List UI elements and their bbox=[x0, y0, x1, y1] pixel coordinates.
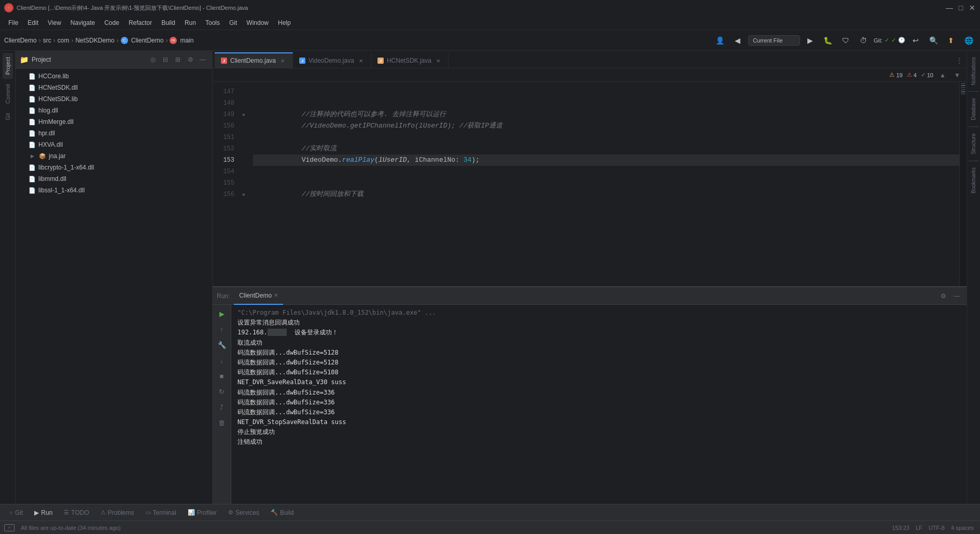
code-lines[interactable]: //注释掉的代码也可以参考. 去掉注释可以运行 //VideoDemo.getI… bbox=[249, 82, 959, 286]
menu-file[interactable]: File bbox=[4, 18, 22, 28]
code-line-148 bbox=[253, 97, 959, 109]
bottom-tab-run[interactable]: ▶ Run bbox=[29, 505, 58, 520]
terminal-tab-icon: ▭ bbox=[146, 509, 151, 516]
bottom-tab-terminal[interactable]: ▭ Terminal bbox=[141, 505, 181, 520]
breadcrumb-com[interactable]: com bbox=[58, 37, 69, 44]
status-indent[interactable]: 4 spaces bbox=[949, 524, 976, 532]
run-restart-btn[interactable]: ↻ bbox=[215, 385, 229, 398]
menu-run[interactable]: Run bbox=[180, 18, 200, 28]
run-tab-clientdemo[interactable]: ClientDemo ✕ bbox=[234, 287, 283, 305]
tab-close-videodemo[interactable]: ✕ bbox=[357, 57, 365, 64]
tab-close-hcnetsdk[interactable]: ✕ bbox=[435, 57, 442, 64]
status-line-separator[interactable]: LF bbox=[914, 524, 925, 532]
run-btn[interactable]: ▶ bbox=[803, 33, 818, 48]
tree-item-hccore[interactable]: 📄 HCCore.lib bbox=[16, 71, 212, 82]
bottom-tab-git[interactable]: ⑂ Git bbox=[4, 505, 28, 520]
run-panel-minimize-btn[interactable]: — bbox=[951, 290, 962, 302]
right-tab-structure[interactable]: Structure bbox=[969, 129, 978, 159]
update-btn[interactable]: ⬆ bbox=[944, 33, 958, 48]
coverage-btn[interactable]: 🛡 bbox=[838, 33, 853, 48]
breadcrumb-src[interactable]: src bbox=[43, 37, 51, 44]
sidebar-tab-project[interactable]: Project bbox=[3, 53, 13, 79]
run-down-btn[interactable]: ↓ bbox=[215, 354, 229, 367]
run-tab-label: ClientDemo bbox=[239, 292, 272, 299]
breadcrumb-netsdkdemo[interactable]: NetSDKDemo bbox=[75, 37, 114, 44]
panel-close-btn[interactable]: — bbox=[198, 54, 208, 65]
search-btn[interactable]: 🔍 bbox=[926, 33, 941, 48]
bottom-tab-todo[interactable]: ☰ TODO bbox=[59, 505, 94, 520]
status-encoding[interactable]: UTF-8 bbox=[927, 524, 947, 532]
menu-git[interactable]: Git bbox=[225, 18, 241, 28]
panel-locate-btn[interactable]: ◎ bbox=[148, 54, 158, 65]
status-vcs-message[interactable]: All files are up-to-date (34 minutes ago… bbox=[19, 524, 123, 532]
run-stop-btn[interactable]: ■ bbox=[215, 369, 229, 383]
menu-navigate[interactable]: Navigate bbox=[66, 18, 99, 28]
breadcrumb-main[interactable]: main bbox=[180, 37, 193, 44]
menu-build[interactable]: Build bbox=[157, 18, 179, 28]
tree-item-hmmerge[interactable]: 📄 HmMerge.dll bbox=[16, 116, 212, 128]
tab-label-clientdemo: ClientDemo.java bbox=[230, 57, 276, 64]
run-output[interactable]: "C:\Program Files\Java\jdk1.8.0_152\bin\… bbox=[231, 305, 967, 504]
menu-window[interactable]: Window bbox=[242, 18, 273, 28]
debug-btn[interactable]: 🐛 bbox=[821, 33, 835, 48]
settings-icon-btn[interactable]: 🌐 bbox=[961, 33, 976, 48]
right-tab-bookmarks[interactable]: Bookmarks bbox=[969, 163, 978, 198]
menu-tools[interactable]: Tools bbox=[201, 18, 224, 28]
menu-code[interactable]: Code bbox=[100, 18, 123, 28]
bottom-tab-profiler[interactable]: 📊 Profiler bbox=[183, 505, 222, 520]
editor-tab-hcnetsdk[interactable]: J HCNetSDK.java ✕ bbox=[371, 52, 449, 68]
tabs-more-btn[interactable]: ⋮ bbox=[954, 55, 964, 66]
vcs-status-icon[interactable]: ✓ bbox=[4, 524, 15, 531]
run-export-btn[interactable]: ⤴ bbox=[215, 400, 229, 414]
run-panel-settings-btn[interactable]: ⚙ bbox=[937, 290, 949, 302]
undo-btn[interactable]: ↩ bbox=[908, 33, 923, 48]
sidebar-tab-commit[interactable]: Commit bbox=[3, 80, 13, 108]
tree-item-libcrypto[interactable]: 📄 libcrypto-1_1-x64.dll bbox=[16, 162, 212, 173]
gutter-152 bbox=[239, 143, 249, 154]
panel-collapse-btn[interactable]: ⊟ bbox=[160, 54, 171, 65]
run-up-btn[interactable]: ↑ bbox=[215, 322, 229, 336]
menu-refactor[interactable]: Refactor bbox=[124, 18, 156, 28]
right-tab-notifications[interactable]: Notifications bbox=[969, 53, 978, 89]
tree-item-libmmd[interactable]: 📄 libmmd.dll bbox=[16, 173, 212, 185]
editor-tab-clientdemo[interactable]: J ClientDemo.java ✕ bbox=[215, 52, 293, 68]
code-line-153: VideoDemo.realPlay(lUserID, iChannelNo: … bbox=[253, 154, 959, 166]
file-icon-libmmd: 📄 bbox=[28, 175, 36, 183]
run-wrench-btn[interactable]: 🔧 bbox=[215, 338, 229, 352]
sidebar-tab-git[interactable]: Git bbox=[3, 109, 13, 124]
profile-btn[interactable]: ⏱ bbox=[856, 33, 871, 48]
right-tab-database[interactable]: Database bbox=[969, 94, 978, 124]
maximize-btn[interactable]: □ bbox=[957, 4, 964, 11]
bottom-tab-problems[interactable]: ⚠ Problems bbox=[95, 505, 139, 520]
indicator-up-btn[interactable]: ▲ bbox=[937, 70, 948, 80]
breadcrumb-clientdemo[interactable]: ClientDemo bbox=[4, 37, 37, 44]
tree-item-hlog[interactable]: 📄 hlog.dll bbox=[16, 105, 212, 116]
panel-settings-btn[interactable]: ⚙ bbox=[185, 54, 195, 65]
run-tab-close[interactable]: ✕ bbox=[274, 292, 278, 298]
close-btn[interactable]: ✕ bbox=[969, 4, 976, 11]
indicator-down-btn[interactable]: ▼ bbox=[952, 70, 962, 80]
tree-item-hpr[interactable]: 📄 hpr.dll bbox=[16, 128, 212, 139]
menu-help[interactable]: Help bbox=[274, 18, 295, 28]
run-play-btn[interactable]: ▶ bbox=[215, 307, 229, 320]
panel-expand-btn[interactable]: ⊞ bbox=[173, 54, 183, 65]
status-position[interactable]: 153:23 bbox=[890, 524, 912, 532]
menu-edit[interactable]: Edit bbox=[23, 18, 43, 28]
tree-item-hcnetsdk-dll[interactable]: 📄 HCNetSDK.dll bbox=[16, 82, 212, 93]
menu-view[interactable]: View bbox=[44, 18, 65, 28]
tree-item-hcnetsdk-lib[interactable]: 📄 HCNetSDK.lib bbox=[16, 93, 212, 105]
bottom-tab-build[interactable]: 🔨 Build bbox=[265, 505, 299, 520]
vcs-icon-btn[interactable]: 👤 bbox=[713, 33, 727, 48]
tree-item-jna[interactable]: ▶ 📦 jna.jar bbox=[16, 150, 212, 162]
tree-item-libssl[interactable]: 📄 libssl-1_1-x64.dll bbox=[16, 185, 212, 196]
tree-item-hxva[interactable]: 📄 HXVA.dll bbox=[16, 139, 212, 150]
bottom-tab-services[interactable]: ⚙ Services bbox=[223, 505, 264, 520]
breadcrumb-clientdemo2[interactable]: ClientDemo bbox=[131, 37, 164, 44]
back-icon-btn[interactable]: ◀ bbox=[731, 33, 745, 48]
minimize-btn[interactable]: — bbox=[946, 4, 953, 11]
current-file-btn[interactable]: Current File bbox=[748, 35, 800, 46]
editor-tab-videodemo[interactable]: J VideoDemo.java ✕ bbox=[293, 52, 371, 68]
tab-close-clientdemo[interactable]: ✕ bbox=[279, 57, 286, 64]
ok-count: 10 bbox=[927, 72, 933, 78]
run-delete-btn[interactable]: 🗑 bbox=[215, 416, 229, 429]
